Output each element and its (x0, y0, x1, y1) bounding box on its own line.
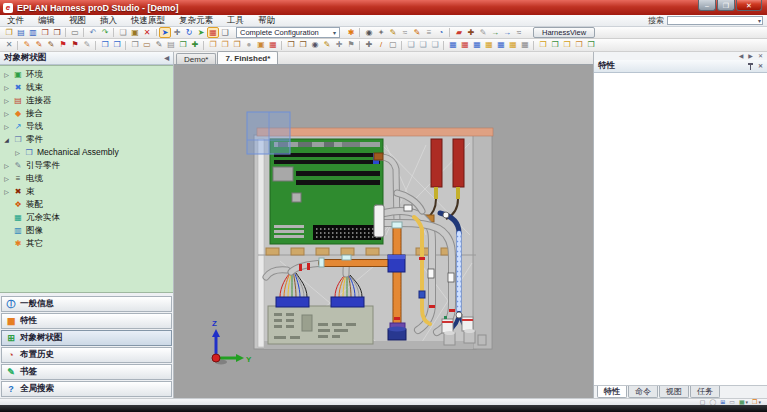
nav-global-search[interactable]: ? 全局搜索 (1, 381, 172, 397)
nav-placement-history[interactable]: ◔ 布置历史 (1, 347, 172, 363)
nav-object-tree[interactable]: ⊞ 对象树状图 (1, 330, 172, 346)
tree-item-bundle[interactable]: ▷ ✖ 束 (0, 185, 173, 198)
search-model-icon[interactable]: ◉ (363, 27, 375, 38)
paste-icon[interactable]: ▣ (129, 27, 141, 38)
doc-pair3-icon[interactable]: ❏ (429, 40, 441, 51)
configuration-selector[interactable]: Complete Configuration▾ (236, 27, 340, 38)
repair-icon[interactable]: ✚ (465, 27, 477, 38)
tree-item-splice[interactable]: ▷ ◆ 接合 (0, 107, 173, 120)
archive-brown-icon[interactable]: ❒ (285, 40, 297, 51)
magnifier-icon[interactable]: ◉ (309, 40, 321, 51)
nav-general-info[interactable]: ⓘ 一般信息 (1, 296, 172, 312)
harness-doc3-icon[interactable]: ❒ (561, 40, 573, 51)
rp-tab-tasks[interactable]: 任务 (690, 386, 720, 398)
redo-icon[interactable]: ↷ (99, 27, 111, 38)
display-mode-icon[interactable]: ▦ (207, 27, 219, 38)
search-input[interactable]: ▾ (667, 16, 763, 25)
tree-expand-icon[interactable]: ▷ (3, 111, 10, 117)
pen-icon[interactable]: ✎ (477, 27, 489, 38)
tree-expand-icon[interactable]: ▷ (3, 98, 10, 104)
menu-view[interactable]: 视图 (62, 15, 93, 26)
new-project-icon[interactable]: ❐ (3, 27, 15, 38)
minimize-button[interactable]: – (698, 0, 716, 11)
tab-demo[interactable]: Demo* (176, 53, 216, 64)
table-blue2-icon[interactable]: ▦ (471, 40, 483, 51)
rp-tab-views[interactable]: 视图 (659, 386, 689, 398)
open-icon[interactable]: ▤ (15, 27, 27, 38)
tree-expand-icon[interactable]: ▷ (3, 124, 10, 130)
tree-item-misc-entities[interactable]: ▦ 冗余实体 (0, 211, 173, 224)
harness-doc-icon[interactable]: ❒ (537, 40, 549, 51)
unroute-icon[interactable]: ✕ (3, 40, 15, 51)
table-yellow-icon[interactable]: ▦ (483, 40, 495, 51)
tab-scroll-left-icon[interactable]: ◀ (739, 53, 744, 59)
menu-help[interactable]: 帮助 (251, 15, 282, 26)
orange-box-icon[interactable]: ▣ (255, 40, 267, 51)
doc-pair-icon[interactable]: ❏ (405, 40, 417, 51)
walk-tool-icon[interactable]: ➤ (195, 27, 207, 38)
undo-icon[interactable]: ↶ (87, 27, 99, 38)
bundle-icon[interactable]: ❒ (99, 40, 111, 51)
tree-item-mechanical-assembly[interactable]: ▷ ❒ Mechanical Assembly (0, 146, 173, 159)
marker-pen-icon[interactable]: ✎ (387, 27, 399, 38)
gray-pen-icon[interactable]: ✎ (81, 40, 93, 51)
orbit-tool-icon[interactable]: ↻ (183, 27, 195, 38)
menu-complex-elements[interactable]: 复杂元素 (172, 15, 220, 26)
tree-item-environment[interactable]: ▷ ▣ 环境 (0, 68, 173, 81)
panel-close-icon[interactable]: ✕ (758, 63, 763, 69)
restore-archive-icon[interactable]: ❒ (51, 27, 63, 38)
control-point2-icon[interactable]: ⚑ (69, 40, 81, 51)
panel-group-close-icon[interactable]: ✕ (758, 53, 763, 59)
tree-item-cable[interactable]: ▷ ≡ 电缆 (0, 172, 173, 185)
table-blue3-icon[interactable]: ▦ (495, 40, 507, 51)
tree-expand-icon[interactable]: ▷ (3, 72, 10, 78)
draw-rect-icon[interactable]: ▢ (387, 40, 399, 51)
import-step-icon[interactable]: → (501, 27, 513, 38)
pin-icon[interactable] (747, 63, 754, 70)
restore-button[interactable]: ❐ (717, 0, 735, 11)
pan-tool-icon[interactable]: ✛ (171, 27, 183, 38)
harness-doc5-icon[interactable]: ❒ (585, 40, 597, 51)
plus-icon[interactable]: ✚ (363, 40, 375, 51)
harness-doc4-icon[interactable]: ❒ (573, 40, 585, 51)
dimension-icon[interactable]: ≡ (423, 27, 435, 38)
route-pen2-icon[interactable]: ✎ (33, 40, 45, 51)
menu-edit[interactable]: 编辑 (31, 15, 62, 26)
object-box-icon[interactable]: ❒ (129, 40, 141, 51)
archive-icon[interactable]: ❒ (39, 27, 51, 38)
delete-icon[interactable]: ✕ (141, 27, 153, 38)
folder2-icon[interactable]: ❐ (219, 40, 231, 51)
tree-item-image[interactable]: ▥ 图像 (0, 224, 173, 237)
locate-icon[interactable]: ✦ (375, 27, 387, 38)
history-icon[interactable]: ◔ (435, 27, 447, 38)
table-gray-icon[interactable]: ▦ (519, 40, 531, 51)
tree-item-parts[interactable]: ◢ ❒ 零件 (0, 133, 173, 146)
tree-item-other[interactable]: ✱ 其它 (0, 237, 173, 250)
copy-icon[interactable]: ❏ (117, 27, 129, 38)
archive-brown2-icon[interactable]: ❒ (297, 40, 309, 51)
tree-expand-icon[interactable]: ▷ (14, 150, 21, 156)
edit-doc-icon[interactable]: ✎ (153, 40, 165, 51)
trash-icon[interactable]: ▭ (141, 40, 153, 51)
tree-expand-icon[interactable]: ▷ (3, 85, 10, 91)
table-yellow2-icon[interactable]: ▦ (507, 40, 519, 51)
bundle2-icon[interactable]: ❒ (111, 40, 123, 51)
tab-finished[interactable]: 7. Finished* (217, 51, 278, 64)
menu-rapid-prototyping[interactable]: 快速原型 (124, 15, 172, 26)
export-step-icon[interactable]: → (489, 27, 501, 38)
pencil-icon[interactable]: ✎ (321, 40, 333, 51)
harness-doc2-icon[interactable]: ❒ (549, 40, 561, 51)
folder-icon[interactable]: ❐ (207, 40, 219, 51)
rp-tab-properties[interactable]: 特性 (597, 386, 627, 398)
3d-viewport[interactable]: Z Y (174, 65, 593, 398)
compass-icon[interactable]: ✛ (333, 40, 345, 51)
report-icon[interactable]: ▰ (453, 27, 465, 38)
print-icon[interactable]: ▭ (69, 27, 81, 38)
menu-insert[interactable]: 插入 (93, 15, 124, 26)
rp-tab-commands[interactable]: 命令 (628, 386, 658, 398)
route-pen-icon[interactable]: ✎ (21, 40, 33, 51)
mini-flag-icon[interactable]: ⚑ (345, 40, 357, 51)
tree-expand-icon[interactable]: ◢ (3, 137, 10, 143)
harness-view-button[interactable]: HarnessView (533, 27, 595, 38)
menu-file[interactable]: 文件 (0, 15, 31, 26)
